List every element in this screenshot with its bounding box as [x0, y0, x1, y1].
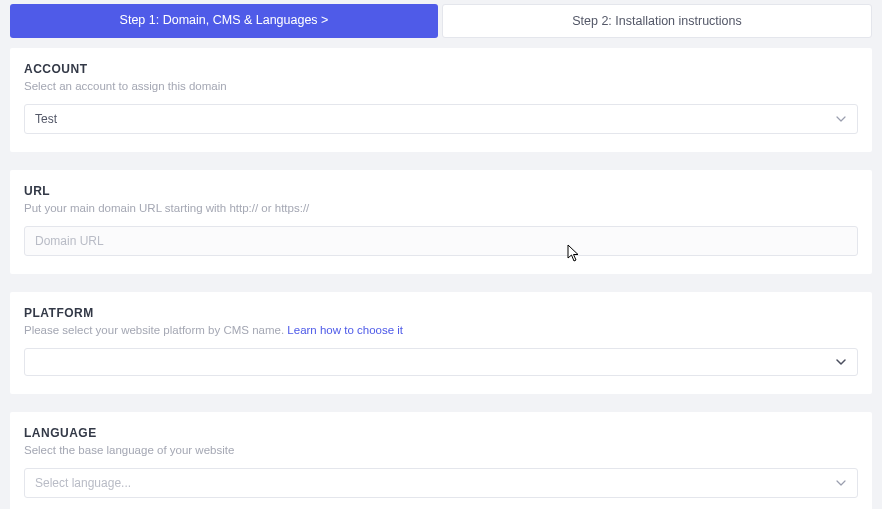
url-input-placeholder: Domain URL [35, 234, 104, 248]
chevron-down-icon [835, 356, 847, 368]
account-title: ACCOUNT [24, 62, 858, 76]
account-select-value: Test [35, 112, 57, 126]
learn-how-link[interactable]: Learn how to choose it [287, 324, 403, 336]
account-select[interactable]: Test [24, 104, 858, 134]
language-title: LANGUAGE [24, 426, 858, 440]
tab-step-1[interactable]: Step 1: Domain, CMS & Languages > [10, 4, 438, 38]
url-input[interactable]: Domain URL [24, 226, 858, 256]
language-select-value: Select language... [35, 476, 131, 490]
language-desc: Select the base language of your website [24, 444, 858, 456]
platform-title: PLATFORM [24, 306, 858, 320]
platform-desc: Please select your website platform by C… [24, 324, 858, 336]
chevron-down-icon [835, 477, 847, 489]
url-desc: Put your main domain URL starting with h… [24, 202, 858, 214]
chevron-down-icon [835, 113, 847, 125]
url-title: URL [24, 184, 858, 198]
language-card: LANGUAGE Select the base language of you… [10, 412, 872, 509]
platform-select[interactable] [24, 348, 858, 376]
platform-card: PLATFORM Please select your website plat… [10, 292, 872, 394]
tab-step-2[interactable]: Step 2: Installation instructions [442, 4, 872, 38]
account-card: ACCOUNT Select an account to assign this… [10, 48, 872, 152]
url-card: URL Put your main domain URL starting wi… [10, 170, 872, 274]
step-tabs: Step 1: Domain, CMS & Languages > Step 2… [0, 0, 882, 42]
account-desc: Select an account to assign this domain [24, 80, 858, 92]
language-select[interactable]: Select language... [24, 468, 858, 498]
